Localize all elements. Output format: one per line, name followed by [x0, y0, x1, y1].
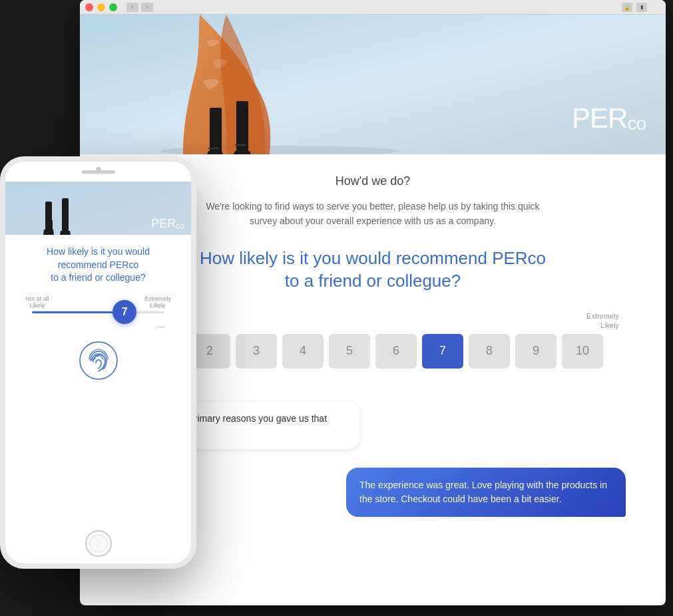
back-arrow[interactable]: ‹ — [126, 3, 138, 12]
svg-rect-2 — [210, 108, 222, 154]
share-icon[interactable]: ⬆ — [636, 3, 647, 12]
slider-thumb[interactable]: 7 — [112, 300, 136, 324]
phone-logo: PERco — [151, 217, 184, 231]
lock-icon: 🔒 — [622, 3, 632, 12]
nav-controls: ‹ › — [126, 3, 153, 12]
slider-track[interactable]: 7 — [32, 311, 164, 313]
slider-high-label: ExtremelyLikely — [144, 295, 171, 309]
svg-rect-7 — [235, 144, 246, 146]
phone-top — [5, 162, 191, 182]
phone-question: How likely is it you wouldrecommend PERc… — [19, 245, 178, 285]
survey-description: We're looking to find ways to serve you … — [200, 199, 546, 229]
phone-home-inner — [89, 534, 108, 553]
forward-arrow[interactable]: › — [141, 3, 153, 12]
fingerprint-icon[interactable] — [79, 341, 118, 381]
phone-slider-area: Not at allLikely ExtremelyLikely 7 — — [19, 295, 178, 330]
phone-value-display: — — [25, 323, 171, 330]
phone-inner: PERco How likely is it you wouldrecommen… — [5, 162, 191, 563]
logo-per: PER — [572, 102, 627, 134]
maximize-btn[interactable] — [109, 3, 117, 11]
close-btn[interactable] — [85, 3, 93, 11]
rating-btn-7[interactable]: 7 — [422, 334, 463, 369]
mac-titlebar: ‹ › 🔒 ⬆ — [80, 0, 666, 15]
minimize-btn[interactable] — [97, 3, 105, 11]
phone-camera — [96, 167, 101, 172]
rating-btn-10[interactable]: 10 — [562, 334, 603, 369]
svg-rect-12 — [67, 220, 69, 231]
slider-fill — [32, 311, 124, 313]
phone-hero: PERco — [5, 182, 191, 235]
svg-rect-6 — [208, 148, 219, 149]
address-bar-area: 🔒 ⬆ — [622, 3, 647, 12]
svg-rect-5 — [245, 134, 248, 152]
phone-mockup: PERco How likely is it you wouldrecommen… — [0, 156, 196, 569]
fingerprint-svg — [79, 341, 118, 381]
svg-rect-11 — [51, 220, 53, 230]
phone-content: How likely is it you wouldrecommend PERc… — [5, 235, 191, 398]
phone-home-button[interactable] — [85, 530, 112, 557]
svg-point-13 — [80, 342, 117, 379]
rating-btn-4[interactable]: 4 — [282, 334, 324, 369]
rating-btn-9[interactable]: 9 — [515, 334, 557, 369]
slider-labels: Not at allLikely ExtremelyLikely — [25, 295, 171, 309]
hero-banner: PERco — [80, 15, 666, 154]
rating-btn-3[interactable]: 3 — [236, 334, 277, 369]
rating-btn-5[interactable]: 5 — [329, 334, 370, 369]
rating-btn-6[interactable]: 6 — [375, 334, 417, 369]
perco-logo: PERco — [572, 102, 646, 134]
logo-co: co — [627, 113, 646, 134]
chat-answer-bubble: The experience was great. Love playing w… — [346, 468, 626, 517]
rating-btn-8[interactable]: 8 — [469, 334, 510, 369]
slider-low-label: Not at allLikely — [25, 295, 49, 309]
